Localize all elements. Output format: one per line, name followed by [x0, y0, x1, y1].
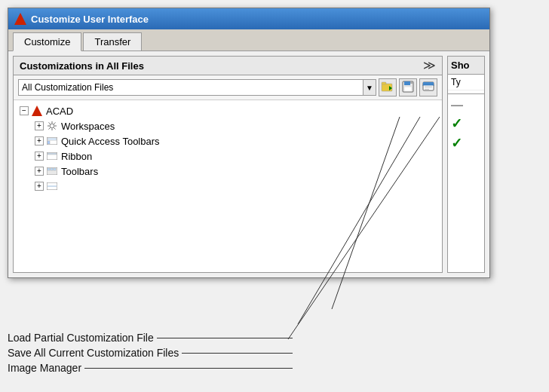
save-icon	[402, 81, 414, 95]
svg-rect-11	[425, 89, 429, 90]
tab-customize[interactable]: Customize	[13, 32, 81, 51]
tree-view: − ACAD +	[14, 100, 442, 272]
right-panel-check-3: ✓	[448, 133, 484, 153]
dialog-window: Customize User Interface Customize Trans…	[8, 8, 490, 278]
svg-rect-4	[404, 81, 410, 85]
svg-rect-12	[422, 84, 434, 86]
tab-transfer[interactable]: Transfer	[83, 32, 142, 51]
svg-rect-23	[48, 138, 57, 140]
tree-label-toolbars: Toolbars	[61, 166, 98, 177]
right-panel: Sho Ty — ✓ ✓	[447, 56, 485, 273]
quick-access-icon	[46, 135, 58, 147]
annotation-image-text: Image Manager	[8, 362, 81, 374]
expand-icon-ribbon[interactable]: +	[35, 152, 44, 161]
annotation-load: Load Partial Customization File	[8, 332, 293, 344]
annotation-save: Save All Current Customization Files	[8, 347, 293, 359]
svg-rect-5	[404, 87, 412, 91]
tree-item-ribbon[interactable]: + Ribbon	[14, 149, 442, 164]
more-icon	[46, 180, 58, 192]
dropdown-arrow-button[interactable]: ▼	[363, 79, 376, 96]
title-bar: Customize User Interface	[8, 8, 489, 29]
expand-icon-workspaces[interactable]: +	[35, 121, 44, 130]
svg-rect-33	[48, 185, 57, 187]
svg-rect-29	[48, 168, 50, 170]
svg-rect-9	[425, 86, 432, 87]
acad-icon	[31, 105, 43, 117]
tree-item-toolbars[interactable]: + Toolbars	[14, 164, 442, 179]
svg-rect-31	[54, 168, 56, 170]
dialog-title: Customize User Interface	[31, 14, 149, 25]
tree-label-quick-access: Quick Access Toolbars	[61, 136, 160, 147]
load-icon	[381, 80, 394, 96]
workspaces-icon	[46, 120, 58, 132]
image-manager-button[interactable]	[419, 78, 437, 96]
right-panel-check-2: ✓	[448, 114, 484, 133]
tree-label-workspaces: Workspaces	[61, 121, 115, 132]
ribbon-icon	[46, 150, 58, 162]
svg-rect-10	[425, 87, 432, 88]
svg-rect-1	[382, 82, 386, 84]
annotation-image-line	[84, 368, 293, 369]
customization-files-dropdown[interactable]: All Customization Files	[18, 79, 363, 96]
tree-label-ribbon: Ribbon	[61, 151, 92, 162]
svg-line-21	[49, 128, 51, 130]
annotation-load-line	[157, 338, 293, 338]
save-all-button[interactable]	[399, 78, 417, 96]
tree-item-workspaces[interactable]: + Works	[14, 118, 442, 133]
annotation-image: Image Manager	[8, 362, 293, 374]
svg-rect-30	[51, 168, 53, 170]
tree-item-more[interactable]: +	[14, 179, 442, 194]
annotation-save-text: Save All Current Customization Files	[8, 347, 179, 359]
svg-rect-6	[410, 81, 413, 84]
svg-line-20	[54, 123, 56, 124]
collapse-button[interactable]: ≫	[423, 60, 436, 72]
image-manager-icon	[422, 81, 434, 95]
toolbars-icon	[46, 165, 58, 177]
annotation-save-line	[182, 353, 293, 354]
load-partial-button[interactable]	[379, 78, 397, 96]
svg-rect-26	[48, 153, 57, 155]
svg-line-18	[49, 123, 51, 124]
annotations-section: Load Partial Customization File Save All…	[8, 332, 293, 377]
svg-line-19	[54, 128, 56, 130]
expand-icon-acad[interactable]: −	[20, 106, 29, 115]
expand-icon-more[interactable]: +	[35, 182, 44, 191]
tab-bar: Customize Transfer	[8, 29, 489, 51]
svg-rect-24	[48, 141, 50, 144]
panel-title: Customizations in All Files	[20, 60, 144, 72]
toolbar-row: All Customization Files ▼	[14, 75, 442, 100]
expand-icon-toolbars[interactable]: +	[35, 167, 44, 176]
tree-item-acad[interactable]: − ACAD	[14, 103, 442, 118]
panel-header: Customizations in All Files ≫	[14, 57, 442, 75]
right-panel-subheader: Ty	[448, 75, 484, 90]
autocad-icon	[14, 13, 26, 25]
left-panel: Customizations in All Files ≫ All Custom…	[13, 56, 443, 273]
right-panel-divider	[448, 93, 484, 94]
right-panel-check-1: —	[448, 97, 484, 114]
svg-point-13	[50, 124, 54, 128]
tree-label-acad: ACAD	[46, 106, 73, 117]
dialog-content: Customizations in All Files ≫ All Custom…	[8, 51, 489, 277]
annotation-load-text: Load Partial Customization File	[8, 332, 154, 344]
right-panel-header: Sho	[448, 57, 484, 75]
tree-item-quick-access[interactable]: + Quick Access Toolbars	[14, 133, 442, 149]
expand-icon-quick-access[interactable]: +	[35, 136, 44, 145]
